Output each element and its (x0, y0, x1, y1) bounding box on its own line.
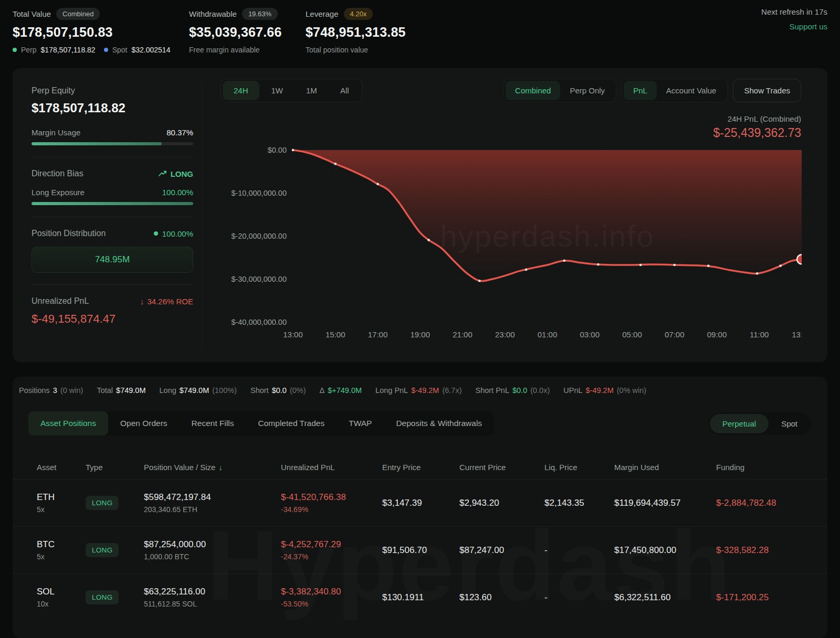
leverage-badge: 4.20x (344, 8, 373, 20)
withdrawable-label: Withdrawable (189, 9, 237, 18)
position-row-sol[interactable]: SOL10xLONG$63,225,116.00511,612.85 SOL$-… (13, 573, 827, 621)
col-entry-price[interactable]: Entry Price (382, 463, 459, 472)
col-label: Position Value / Size (144, 463, 215, 472)
tab-deposits-withdrawals[interactable]: Deposits & Withdrawals (384, 411, 494, 435)
col-position-value-size[interactable]: Position Value / Size↓ (144, 463, 281, 472)
tab-open-orders[interactable]: Open Orders (108, 411, 180, 435)
divider (32, 284, 193, 285)
x-axis-label: 01:00 (538, 330, 558, 339)
margin-usage-label: Margin Usage (32, 128, 80, 137)
position-row-eth[interactable]: ETH5xLONG$598,472,197.84203,340.65 ETH$-… (13, 479, 827, 526)
summary-item-extra: (100%) (212, 386, 237, 395)
position-distribution-label: Position Distribution (32, 229, 106, 238)
liq-price: - (544, 592, 614, 603)
summary-item-label: Positions (19, 386, 50, 395)
spot-label: Spot (112, 46, 128, 54)
summary-item-short-pnl: Short PnL$0.0(0.0x) (475, 386, 550, 395)
summary-item-extra: (6.7x) (442, 386, 461, 395)
position-size: 203,340.65 ETH (144, 505, 281, 514)
unrealized-pnl-pct: -34.69% (281, 505, 382, 514)
positions-tabs-row: Asset PositionsOpen OrdersRecent FillsCo… (13, 411, 827, 435)
summary-item-label: Long PnL (375, 386, 408, 395)
mode-tab-perp-only[interactable]: Perp Only (560, 81, 614, 100)
x-axis-label: 15:00 (326, 330, 345, 339)
tab-twap[interactable]: TWAP (337, 411, 384, 435)
y-axis-label: $-30,000,000.00 (231, 275, 287, 283)
y-axis-label: $0.00 (268, 146, 287, 154)
combined-badge: Combined (56, 8, 100, 20)
distribution-dot-icon (154, 231, 158, 236)
data-point-dot (639, 264, 642, 267)
unrealized-pnl-cell: $-41,520,766.38-34.69% (281, 492, 382, 514)
col-type[interactable]: Type (86, 463, 144, 472)
position-size: 511,612.85 SOL (144, 600, 281, 608)
leverage-sub: Total position value (306, 46, 368, 54)
y-axis-label: $-20,000,000.00 (231, 232, 287, 240)
toggle-perpetual[interactable]: Perpetual (710, 414, 769, 433)
x-axis-label: 11:00 (750, 330, 769, 339)
position-value-cell: $63,225,116.00511,612.85 SOL (144, 587, 281, 608)
range-tab-24h[interactable]: 24H (223, 81, 259, 100)
refresh-countdown: Next refresh in 17s (761, 7, 827, 16)
data-point-dot (707, 264, 710, 267)
col-funding[interactable]: Funding (716, 463, 812, 472)
support-us-link[interactable]: Support us (761, 22, 827, 31)
view-tab-pnl[interactable]: PnL (624, 81, 657, 100)
liq-price: $2,143.35 (544, 498, 614, 508)
pnl-area-chart[interactable]: $0.00$-10,000,000.00$-20,000,000.00$-30,… (220, 142, 802, 346)
col-label: Current Price (459, 463, 506, 472)
position-row-btc[interactable]: BTC5xLONG$87,254,000.001,000.00 BTC$-4,2… (13, 526, 827, 573)
direction-bias-label: Direction Bias (32, 169, 83, 178)
long-badge: LONG (86, 590, 119, 604)
show-trades-button[interactable]: Show Trades (733, 79, 801, 102)
roe-value: 34.26% ROE (147, 297, 193, 306)
col-label: Funding (716, 463, 744, 472)
data-point-dot (292, 149, 295, 152)
summary-item-value: $-49.2M (411, 386, 439, 395)
range-tab-all[interactable]: All (329, 81, 360, 100)
view-tab-account-value[interactable]: Account Value (657, 81, 726, 100)
asset-leverage: 5x (37, 505, 86, 514)
asset-symbol: BTC (37, 539, 86, 550)
funding: $-2,884,782.48 (716, 498, 812, 508)
pnl-chart[interactable]: $0.00$-10,000,000.00$-20,000,000.00$-30,… (220, 142, 802, 346)
col-asset[interactable]: Asset (37, 463, 86, 472)
range-tab-1m[interactable]: 1M (295, 81, 328, 100)
tab-asset-positions[interactable]: Asset Positions (28, 411, 108, 435)
summary-item-long: Long$749.0M(100%) (160, 386, 237, 395)
pnl-summary-label: 24H PnL (Combined) (713, 114, 801, 123)
perp-dot-icon (13, 48, 17, 52)
spot-dot-icon (104, 48, 108, 52)
position-distribution-pct: 100.00% (162, 229, 193, 238)
col-unrealized-pnl[interactable]: Unrealized PnL (281, 463, 382, 472)
col-liq-price[interactable]: Liq. Price (544, 463, 614, 472)
summary-item-extra: (0% win) (617, 386, 646, 395)
withdrawable-sub: Free margin available (189, 46, 260, 54)
toggle-spot[interactable]: Spot (769, 414, 810, 433)
data-point-dot (756, 272, 759, 275)
range-tab-1w[interactable]: 1W (260, 81, 295, 100)
current-price: $2,943.20 (459, 498, 544, 508)
col-margin-used[interactable]: Margin Used (614, 463, 716, 472)
leverage-value: $748,951,313.85 (306, 25, 406, 40)
asset-leverage: 5x (37, 552, 86, 561)
chart-watermark: hyperdash.info (440, 219, 654, 253)
summary-item-label: Short PnL (475, 386, 509, 395)
unrealized-pnl-cell: $-4,252,767.29-24.37% (281, 539, 382, 561)
y-axis-label: $-40,000,000.00 (231, 318, 287, 326)
asset-symbol: ETH (37, 492, 86, 503)
sort-desc-icon: ↓ (218, 463, 223, 472)
panel-divider (202, 82, 202, 348)
summary-item-label: UPnL (563, 386, 582, 395)
mode-tab-combined[interactable]: Combined (506, 81, 560, 100)
withdrawable-pct-badge: 19.63% (242, 8, 278, 20)
withdrawable-value: $35,039,367.66 (189, 25, 282, 40)
summary-item-extra: (0%) (290, 386, 306, 395)
summary-item-value: $+749.0M (328, 386, 362, 395)
tab-completed-trades[interactable]: Completed Trades (246, 411, 337, 435)
long-exposure-label: Long Exposure (32, 188, 85, 197)
tab-recent-fills[interactable]: Recent Fills (180, 411, 246, 435)
positions-card: Hyperdash Positions3(0 win)Total$749.0ML… (13, 377, 827, 638)
col-current-price[interactable]: Current Price (459, 463, 544, 472)
current-price: $87,247.00 (459, 545, 544, 556)
